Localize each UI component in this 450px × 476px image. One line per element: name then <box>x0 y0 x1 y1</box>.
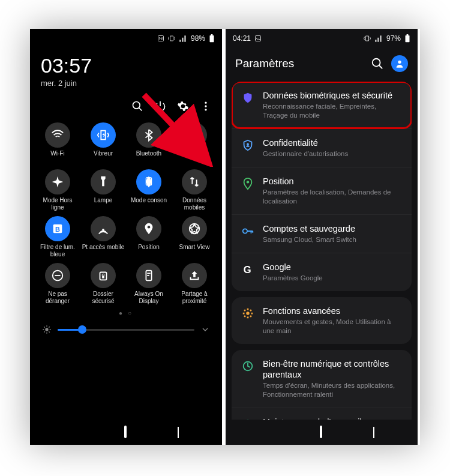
gear-icon[interactable] <box>176 100 190 113</box>
svg-text:G: G <box>244 264 251 275</box>
wifi-icon <box>45 122 70 148</box>
tile-label: Always On Display <box>127 291 170 305</box>
svg-rect-1 <box>210 35 214 42</box>
phone-settings: 04:21 97% Paramètres D <box>226 29 418 445</box>
settings-item-wellbeing[interactable]: Bien-être numérique et contrôles parenta… <box>232 350 412 408</box>
search-icon[interactable] <box>131 100 144 113</box>
clock-time: 03:57 <box>41 54 211 77</box>
svg-text:B: B <box>55 226 60 233</box>
tile-label: Filtre de lum. bleue <box>36 244 79 258</box>
item-title: Comptes et sauvegarde <box>263 223 402 234</box>
qs-tile-flashlight[interactable]: Lampe <box>82 169 125 211</box>
brightness-slider[interactable] <box>58 329 194 331</box>
settings-item-key[interactable]: Comptes et sauvegardeSamsung Cloud, Smar… <box>232 214 412 253</box>
tile-label: Mode Hors ligne <box>36 197 79 211</box>
svg-point-28 <box>398 61 401 64</box>
settings-item-gear-adv[interactable]: Fonctions avancéesMouvements et gestes, … <box>232 297 412 344</box>
svg-rect-25 <box>406 35 410 42</box>
page-title: Paramètres <box>235 57 364 70</box>
qs-tile-bluetooth[interactable]: Bluetooth <box>127 122 170 164</box>
bluetooth-icon <box>136 122 161 148</box>
settings-item-shield[interactable]: Données biométriques et sécuritéReconnai… <box>232 82 412 128</box>
settings-item-google[interactable]: GGoogleParamètres Google <box>232 253 412 291</box>
phone-quick-settings: 98% 03:57 mer. 2 juin Wi-FiVibreurBlueto… <box>30 29 222 445</box>
svg-rect-19 <box>102 276 104 279</box>
svg-point-5 <box>205 105 206 107</box>
settings-list: Données biométriques et sécuritéReconnai… <box>226 79 418 420</box>
svg-point-3 <box>133 102 140 109</box>
search-icon[interactable] <box>371 57 384 70</box>
dnd-icon <box>45 263 70 288</box>
avatar[interactable] <box>391 55 408 72</box>
qs-tile-hotspot[interactable]: Pt accès mobile <box>82 216 125 258</box>
nav-bar <box>226 420 418 445</box>
sun-icon <box>42 325 52 334</box>
back-button[interactable] <box>373 427 374 438</box>
qs-tile-data[interactable]: Données mobiles <box>173 169 216 211</box>
power-icon[interactable] <box>154 100 167 113</box>
tile-label: Partage à proximité <box>173 291 216 305</box>
svg-point-33 <box>246 312 250 315</box>
bluefilter-icon: B <box>45 216 70 241</box>
airplane-icon <box>45 169 70 194</box>
qs-tile-airplane[interactable]: Mode Hors ligne <box>36 169 79 211</box>
chevron-down-icon[interactable] <box>200 325 210 334</box>
more-vertical-icon[interactable] <box>199 100 212 113</box>
svg-rect-26 <box>407 34 409 35</box>
qs-tile-dnd[interactable]: Ne pas déranger <box>36 263 79 305</box>
nav-bar <box>30 420 222 445</box>
item-subtitle: Reconnaissance faciale, Empreintes, Traç… <box>263 102 402 120</box>
home-button[interactable] <box>124 427 127 438</box>
svg-point-31 <box>243 229 247 233</box>
status-bar: 98% <box>30 29 222 48</box>
settings-item-privacy[interactable]: ConfidentialitéGestionnaire d'autorisati… <box>232 128 412 167</box>
item-title: Position <box>263 176 402 187</box>
page-indicator: ● ○ <box>30 307 222 319</box>
svg-rect-17 <box>55 275 60 276</box>
google-icon: G <box>241 263 254 276</box>
aod-icon <box>136 263 161 288</box>
item-subtitle: Temps d'écran, Minuteurs des application… <box>263 381 402 399</box>
clock-block: 03:57 mer. 2 juin <box>30 48 222 92</box>
image-icon <box>254 35 262 42</box>
tile-label: Position <box>138 244 160 258</box>
svg-point-6 <box>205 109 206 110</box>
signal-icon <box>179 35 187 42</box>
tile-label: Smart View <box>179 244 210 258</box>
svg-rect-22 <box>147 275 149 276</box>
status-time: 04:21 <box>233 34 251 43</box>
signal-icon <box>374 35 383 42</box>
qs-tile-secure[interactable]: Dossier sécurisé <box>82 263 125 305</box>
clock-date: mer. 2 juin <box>41 79 211 88</box>
qs-tile-bluefilter[interactable]: BFiltre de lum. bleue <box>36 216 79 258</box>
qs-tile-share[interactable]: Partage à proximité <box>173 263 216 305</box>
data-icon <box>182 169 207 194</box>
qs-tile-portrait[interactable]: Portrait <box>173 122 216 164</box>
flashlight-icon <box>91 169 116 194</box>
qs-tile-smartview[interactable]: Smart View <box>173 216 216 258</box>
tile-label: Portrait <box>185 150 204 164</box>
privacy-icon <box>241 139 254 152</box>
item-title: Bien-être numérique et contrôles parenta… <box>263 358 402 380</box>
back-button[interactable] <box>178 427 179 438</box>
qs-tile-wifi[interactable]: Wi-Fi <box>36 122 79 164</box>
share-icon <box>182 263 207 288</box>
settings-item-pin[interactable]: PositionParamètres de localisation, Dema… <box>232 167 412 214</box>
svg-rect-2 <box>211 34 213 35</box>
home-button[interactable] <box>320 427 322 438</box>
svg-point-4 <box>205 102 206 104</box>
qs-tile-aod[interactable]: Always On Display <box>127 263 170 305</box>
gear-adv-icon <box>241 307 254 320</box>
item-title: Confidentialité <box>263 137 402 148</box>
item-title: Données biométriques et sécurité <box>263 90 402 101</box>
settings-item-care[interactable]: Maintenance de l'appareilBatterie, Stock… <box>232 408 412 420</box>
qs-tile-vibrate[interactable]: Vibreur <box>82 122 125 164</box>
qs-tile-location[interactable]: Position <box>127 216 170 258</box>
tile-label: Dossier sécurisé <box>82 291 125 305</box>
vibrate-icon <box>91 122 116 148</box>
qs-tile-leaf[interactable]: Mode conson <box>127 169 170 211</box>
svg-point-30 <box>247 181 250 184</box>
shield-icon <box>241 91 254 104</box>
settings-header: Paramètres <box>226 48 418 79</box>
tile-label: Lampe <box>94 197 113 211</box>
